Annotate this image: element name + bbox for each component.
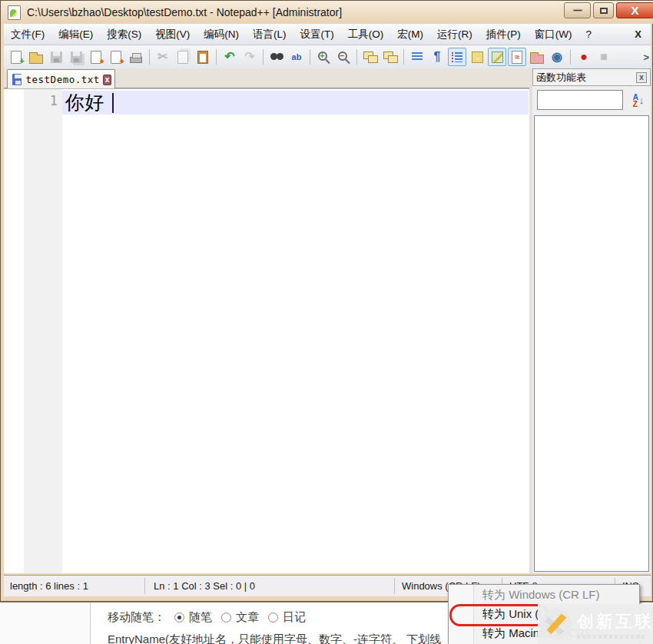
tab-label: testDemo.txt <box>26 74 100 85</box>
status-separator <box>144 578 145 594</box>
menu-file[interactable]: 文件(F) <box>4 25 51 45</box>
function-search-input[interactable] <box>537 90 623 110</box>
doc-map-icon[interactable]: ≈ <box>508 48 526 66</box>
toolbar: +●●✂↶↷ab+−¶→≈◉●■> <box>4 45 651 68</box>
menu-run[interactable]: 运行(R) <box>430 25 479 45</box>
current-line-highlight <box>62 91 529 115</box>
menu-bar: 文件(F)编辑(E)搜索(S)视图(V)编码(N)语言(L)设置(T)工具(O)… <box>4 24 651 45</box>
toolbar-separator <box>356 49 357 65</box>
open-file-icon[interactable] <box>27 48 45 66</box>
radio-essay[interactable] <box>174 612 184 622</box>
text-caret <box>112 93 114 113</box>
indent-guide-icon[interactable] <box>448 48 466 66</box>
panel-close-icon[interactable]: x <box>636 72 647 83</box>
menu-view[interactable]: 视图(V) <box>148 25 197 45</box>
webpage-left-strip <box>0 603 91 644</box>
menu-help[interactable]: ? <box>578 25 598 45</box>
editor-text: 你好 <box>65 91 104 115</box>
macro-record-icon[interactable]: ● <box>575 48 593 66</box>
minimize-icon <box>573 9 582 12</box>
notepad-window: C:\Users\bzhao\Desktop\testDemo.txt - No… <box>0 0 653 602</box>
menu-item-convert-windows[interactable]: 转为 Windows (CR LF) <box>449 585 639 604</box>
zoom-in-icon[interactable]: + <box>314 48 333 66</box>
line-number: 1 <box>24 93 58 108</box>
cut-icon[interactable]: ✂ <box>154 48 172 66</box>
radio-article[interactable] <box>221 612 231 622</box>
bookmark-margin <box>4 89 24 573</box>
radio-diary[interactable] <box>268 612 278 622</box>
minimize-button[interactable] <box>564 2 591 18</box>
tab-testdemo[interactable]: testDemo.txt x <box>7 69 115 89</box>
radio-essay-label: 随笔 <box>189 610 212 625</box>
radio-group-label: 移动随笔： <box>108 610 165 625</box>
menu-macro[interactable]: 宏(M) <box>390 25 430 45</box>
monitoring-eye-icon[interactable]: ◉ <box>548 48 566 66</box>
status-separator <box>394 578 395 594</box>
sync-vertical-scroll-icon[interactable] <box>361 48 380 66</box>
new-file-icon[interactable]: + <box>7 48 25 66</box>
toolbar-separator <box>570 49 571 65</box>
copy-icon[interactable] <box>174 48 192 66</box>
restore-button[interactable] <box>593 2 614 18</box>
doc-list-icon[interactable] <box>528 48 546 66</box>
menu-edit[interactable]: 编辑(E) <box>51 25 100 45</box>
toolbar-separator <box>263 49 264 65</box>
tab-bar: testDemo.txt x <box>4 68 529 88</box>
panel-header: 函数功能表 x <box>532 68 651 86</box>
entryname-hint-text: EntryName(友好地址名，只能使用字母、数字、-连字符、 下划线，不超过1… <box>108 632 446 644</box>
menu-search[interactable]: 搜索(S) <box>100 25 148 45</box>
sort-arrow-icon: ↓ <box>639 95 645 106</box>
sort-az-button[interactable]: A Z ↓ <box>629 91 648 110</box>
tab-close-icon[interactable]: x <box>103 75 111 85</box>
redo-icon[interactable]: ↷ <box>240 48 259 66</box>
menu-window[interactable]: 窗口(W) <box>528 25 579 45</box>
menu-language[interactable]: 语言(L) <box>246 25 293 45</box>
toolbar-separator <box>310 49 310 65</box>
find-icon[interactable] <box>267 48 286 66</box>
zoom-out-icon[interactable]: − <box>334 48 353 66</box>
toolbar-separator <box>403 49 404 65</box>
title-bar[interactable]: C:\Users\bzhao\Desktop\testDemo.txt - No… <box>1 1 653 24</box>
close-icon: X <box>631 4 638 17</box>
paste-icon[interactable] <box>194 48 212 66</box>
line-number-gutter <box>24 89 62 573</box>
menubar-doc-close-icon[interactable]: X <box>625 28 651 40</box>
watermark-subtext <box>577 635 646 639</box>
define-language-icon[interactable] <box>488 48 506 66</box>
sort-az-icon: A Z <box>633 94 638 108</box>
close-doc-icon[interactable]: ● <box>87 48 105 66</box>
word-wrap-icon[interactable] <box>408 48 426 66</box>
radio-article-label: 文章 <box>236 610 259 625</box>
close-button[interactable]: X <box>616 2 653 18</box>
show-all-chars-icon[interactable]: ¶ <box>428 48 446 66</box>
watermark-brand-text: 创新互联 <box>577 610 653 633</box>
editor-area[interactable]: 1 你好 <box>4 88 529 573</box>
undo-icon[interactable]: ↶ <box>220 48 239 66</box>
status-doc-length-lines: length : 6 lines : 1 <box>10 580 88 592</box>
toolbar-separator <box>216 49 217 65</box>
menu-tools[interactable]: 工具(O) <box>341 25 391 45</box>
toolbar-separator <box>149 49 150 65</box>
save-all-icon[interactable] <box>67 48 85 66</box>
radio-diary-label: 日记 <box>283 610 306 625</box>
function-list[interactable] <box>534 115 649 572</box>
restore-icon <box>600 8 608 14</box>
macro-stop-icon[interactable]: ■ <box>595 48 613 66</box>
window-title: C:\Users\bzhao\Desktop\testDemo.txt - No… <box>27 6 342 18</box>
replace-icon[interactable]: ab <box>287 48 306 66</box>
function-list-icon[interactable]: → <box>468 48 486 66</box>
watermark: 创新互联 <box>538 604 653 644</box>
save-icon[interactable] <box>47 48 65 66</box>
menu-settings[interactable]: 设置(T) <box>293 25 341 45</box>
menu-plugins[interactable]: 插件(P) <box>479 25 528 45</box>
saved-floppy-icon <box>12 74 22 85</box>
menu-encoding[interactable]: 编码(N) <box>197 25 246 45</box>
watermark-logo-icon <box>539 607 573 641</box>
print-icon[interactable] <box>127 48 145 66</box>
mobile-note-radio-group: 移动随笔： 随笔 文章 日记 <box>108 610 306 625</box>
toolbar-overflow-chevron-icon[interactable]: > <box>643 51 651 63</box>
notepad-plus-plus-icon <box>8 5 21 20</box>
close-all-docs-icon[interactable]: ● <box>107 48 125 66</box>
sync-horizontal-scroll-icon[interactable] <box>381 48 399 66</box>
red-highlight-annotation <box>449 604 549 626</box>
